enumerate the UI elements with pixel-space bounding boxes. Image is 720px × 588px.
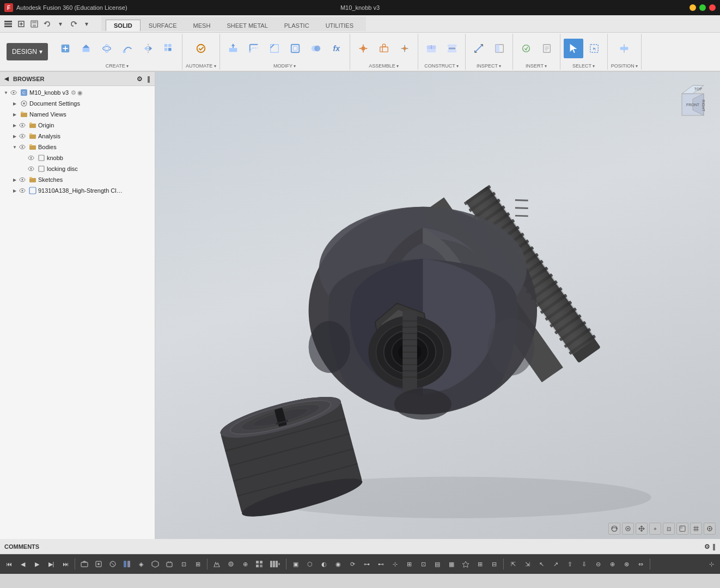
design-dropdown-btn[interactable]: DESIGN ▾ — [7, 43, 48, 60]
tree-item-origin[interactable]: ▶ Origin — [0, 120, 155, 131]
tab-solid[interactable]: SOLID — [106, 20, 141, 31]
display-settings-btn[interactable] — [704, 523, 716, 535]
tab-utilities[interactable]: UTILITIES — [318, 20, 362, 31]
browser-back-btn[interactable]: ◀ — [4, 76, 9, 82]
extra-btn-2[interactable]: ⬡ — [303, 558, 316, 571]
expand-arrow-named-views[interactable]: ▶ — [11, 111, 19, 118]
look-at-btn[interactable] — [622, 523, 634, 535]
tree-item-knobb[interactable]: knobb — [0, 152, 155, 163]
measure-btn[interactable] — [469, 39, 489, 58]
joint-origin-btn[interactable] — [395, 39, 414, 58]
pan-btn[interactable] — [636, 523, 648, 535]
combine-btn[interactable] — [306, 39, 326, 58]
shell-btn[interactable] — [285, 39, 305, 58]
eye-component1[interactable] — [19, 187, 26, 194]
as-built-btn[interactable] — [374, 39, 394, 58]
view-tools-11[interactable] — [224, 558, 237, 571]
extra-btn-5[interactable]: ⟳ — [346, 558, 359, 571]
fillet-btn[interactable] — [244, 39, 264, 58]
orbit-tool-btn[interactable] — [608, 523, 620, 535]
root-visibility-icon[interactable]: ◉ — [77, 89, 83, 96]
extra-btn-24[interactable]: ⊗ — [620, 558, 633, 571]
tree-item-locking-disc[interactable]: locking disc — [0, 163, 155, 174]
browser-settings-btn[interactable]: ⚙ — [137, 75, 143, 83]
extra-btn-4[interactable]: ◉ — [332, 558, 345, 571]
extra-btn-22[interactable]: ⊝ — [591, 558, 605, 571]
display-mode-btn[interactable] — [676, 523, 688, 535]
window-select-btn[interactable] — [584, 39, 604, 58]
play-next-btn[interactable]: ▶| — [45, 558, 58, 571]
tab-surface[interactable]: SURFACE — [141, 20, 185, 31]
expand-arrow-bodies[interactable]: ▼ — [11, 143, 19, 151]
tab-mesh[interactable]: MESH — [185, 20, 219, 31]
eye-origin[interactable] — [19, 121, 26, 129]
expand-arrow-sketches[interactable]: ▶ — [11, 176, 19, 183]
eye-sketches[interactable] — [19, 176, 26, 183]
undo-btn[interactable] — [41, 18, 53, 30]
close-btn[interactable] — [709, 4, 716, 11]
new-component-btn[interactable] — [56, 39, 75, 58]
expand-arrow-component1[interactable]: ▶ — [11, 187, 19, 194]
extrude-btn[interactable] — [76, 39, 96, 58]
eye-knobb[interactable] — [27, 154, 35, 162]
extra-btn-6[interactable]: ⊶ — [360, 558, 373, 571]
view-tools-14[interactable] — [267, 558, 283, 571]
extra-btn-20[interactable]: ⇧ — [563, 558, 576, 571]
tree-item-analysis[interactable]: ▶ Analysis — [0, 131, 155, 142]
eye-analysis[interactable] — [19, 132, 26, 140]
extra-btn-18[interactable]: ↖ — [535, 558, 548, 571]
select-btn[interactable] — [564, 39, 583, 58]
app-menu-btn[interactable] — [2, 18, 14, 30]
zoom-fit-btn[interactable]: ⊡ — [663, 523, 675, 535]
pattern-btn[interactable] — [159, 39, 179, 58]
press-pull-btn[interactable] — [223, 39, 243, 58]
redo-btn[interactable] — [68, 18, 80, 30]
tree-item-bodies[interactable]: ▼ Bodies — [0, 142, 155, 152]
view-tools-7[interactable] — [163, 558, 176, 571]
align-btn[interactable] — [614, 39, 634, 58]
midplane-btn[interactable] — [442, 39, 462, 58]
joint-btn[interactable] — [353, 39, 373, 58]
extra-btn-3[interactable]: ◐ — [318, 558, 331, 571]
extra-btn-12[interactable]: ▦ — [445, 558, 458, 571]
extra-btn-9[interactable]: ⊞ — [402, 558, 416, 571]
save-btn[interactable] — [28, 18, 40, 30]
extra-btn-10[interactable]: ⊡ — [417, 558, 430, 571]
extra-btn-13[interactable] — [459, 558, 472, 571]
extra-btn-14[interactable]: ⊞ — [473, 558, 486, 571]
tab-sheet-metal[interactable]: SHEET METAL — [218, 20, 276, 31]
view-tools-3[interactable] — [106, 558, 119, 571]
expand-arrow-doc-settings[interactable]: ▶ — [11, 100, 19, 107]
minimize-btn[interactable] — [690, 4, 696, 11]
timeline-end-btn[interactable]: ⊹ — [705, 558, 718, 571]
revolve-btn[interactable] — [97, 39, 117, 58]
extra-btn-17[interactable]: ⇲ — [521, 558, 534, 571]
extra-btn-11[interactable]: ▤ — [431, 558, 444, 571]
view-tools-1[interactable] — [78, 558, 91, 571]
tree-item-sketches[interactable]: ▶ Sketches — [0, 174, 155, 185]
insert-mcmaster-btn[interactable] — [537, 39, 557, 58]
eye-bodies[interactable] — [19, 143, 26, 151]
view-tools-6[interactable] — [149, 558, 162, 571]
comments-settings-btn[interactable]: ⚙ — [704, 543, 710, 550]
expand-arrow-root[interactable]: ▼ — [2, 89, 10, 96]
tree-item-named-views[interactable]: ▶ Named Views — [0, 109, 155, 120]
view-tools-8[interactable]: ⊡ — [177, 558, 190, 571]
extra-btn-8[interactable]: ⊹ — [388, 558, 401, 571]
automate-btn[interactable] — [191, 39, 211, 58]
chamfer-btn[interactable] — [265, 39, 284, 58]
comments-collapse-btn[interactable]: ‖ — [712, 543, 716, 550]
extra-btn-21[interactable]: ⇩ — [577, 558, 590, 571]
eye-root[interactable] — [10, 89, 17, 96]
extra-btn-7[interactable]: ⊷ — [374, 558, 387, 571]
sweep-btn[interactable] — [118, 39, 137, 58]
section-analysis-btn[interactable] — [490, 39, 509, 58]
extra-btn-1[interactable]: ▣ — [289, 558, 302, 571]
viewcube[interactable]: FRONT TOP RIGHT — [671, 77, 715, 121]
extra-btn-15[interactable]: ⊟ — [487, 558, 501, 571]
extra-btn-23[interactable]: ⊕ — [606, 558, 619, 571]
insert-derive-btn[interactable] — [516, 39, 536, 58]
offset-plane-btn[interactable] — [422, 39, 441, 58]
view-tools-10[interactable] — [210, 558, 223, 571]
extra-btn-19[interactable]: ↗ — [549, 558, 562, 571]
